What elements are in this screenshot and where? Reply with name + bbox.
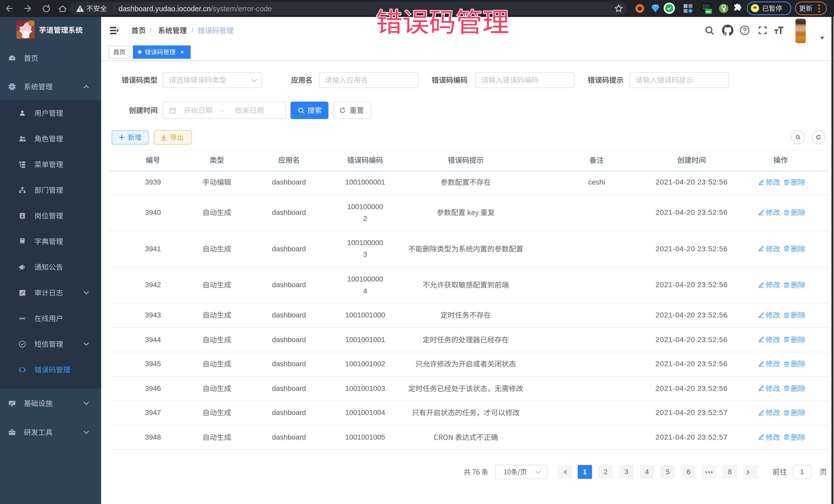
svg-text:on: on bbox=[706, 9, 711, 14]
